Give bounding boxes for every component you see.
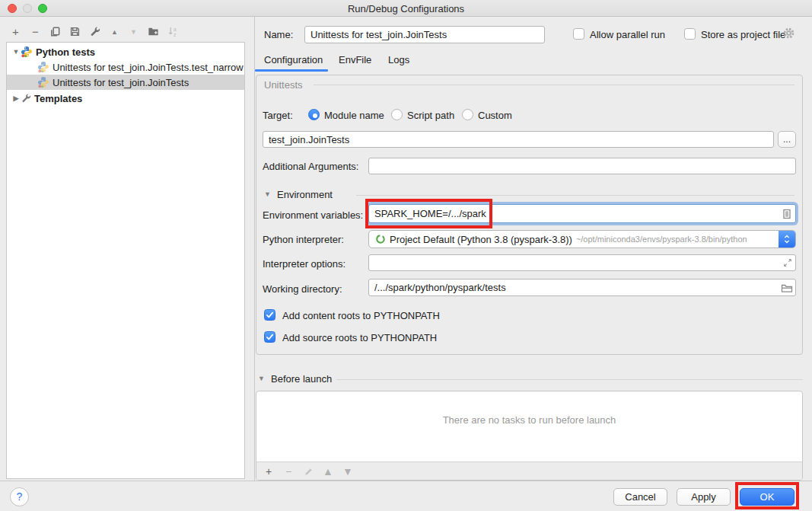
bottom-bar: ? Cancel Apply OK bbox=[0, 481, 812, 511]
before-launch-collapse-icon[interactable]: ▼ bbox=[258, 375, 265, 382]
task-down-icon[interactable]: ▼ bbox=[342, 465, 354, 477]
tree-item-label: Templates bbox=[34, 93, 82, 104]
gear-icon[interactable] bbox=[782, 27, 795, 40]
allow-parallel-run-checkbox[interactable] bbox=[573, 28, 584, 40]
configurations-tree: ▼ Python tests Unittests for test_join.J… bbox=[6, 42, 245, 479]
sort-alphabetically-icon[interactable]: az bbox=[167, 25, 180, 38]
tree-item-jointests-selected[interactable]: Unittests for test_join.JoinTests bbox=[7, 75, 244, 90]
check-icon bbox=[265, 310, 275, 320]
titlebar: Run/Debug Configurations bbox=[0, 0, 812, 17]
environment-section-line bbox=[356, 195, 794, 196]
environment-variables-label: Environment variables: bbox=[263, 209, 363, 221]
target-input[interactable] bbox=[263, 131, 774, 148]
tree-item-label: Unittests for test_join.JoinTests bbox=[53, 77, 189, 88]
python-test-icon bbox=[37, 76, 49, 88]
combobox-arrows-button[interactable] bbox=[779, 231, 795, 248]
expand-arrow-icon[interactable]: ▶ bbox=[11, 94, 21, 102]
interpreter-options-label: Interpreter options: bbox=[263, 258, 345, 270]
tab-envfile[interactable]: EnvFile bbox=[339, 54, 371, 65]
task-up-icon[interactable]: ▲ bbox=[322, 465, 334, 477]
conda-env-icon bbox=[375, 234, 386, 244]
add-content-roots-checkbox[interactable] bbox=[264, 309, 275, 321]
working-directory-input[interactable] bbox=[368, 279, 796, 296]
tasks-toolbar: + − ▲ ▼ bbox=[256, 461, 802, 480]
name-input[interactable] bbox=[304, 26, 545, 43]
pane-divider bbox=[254, 17, 255, 481]
radio-script-path[interactable] bbox=[391, 109, 403, 120]
tree-item-python-tests[interactable]: ▼ Python tests bbox=[7, 44, 244, 59]
before-launch-section-line bbox=[336, 379, 803, 380]
tree-item-label: Unittests for test_join.JoinTests.test_n… bbox=[53, 62, 244, 73]
environment-section-label: Environment bbox=[277, 189, 333, 200]
radio-custom[interactable] bbox=[462, 109, 473, 120]
add-content-roots-label: Add content roots to PYTHONPATH bbox=[282, 310, 440, 321]
remove-configuration-icon[interactable]: − bbox=[29, 25, 42, 38]
expand-field-icon[interactable] bbox=[782, 257, 794, 270]
target-label: Target: bbox=[263, 110, 293, 121]
ok-button[interactable]: OK bbox=[740, 488, 794, 506]
add-configuration-icon[interactable]: + bbox=[9, 25, 22, 38]
copy-configuration-icon[interactable] bbox=[49, 25, 62, 38]
apply-button[interactable]: Apply bbox=[677, 488, 731, 506]
edit-templates-wrench-icon[interactable] bbox=[88, 25, 101, 38]
new-folder-icon[interactable] bbox=[147, 25, 160, 38]
python-tests-icon bbox=[21, 46, 33, 58]
tree-item-label: Python tests bbox=[36, 46, 95, 58]
unittests-group-title: Unittests bbox=[264, 79, 303, 91]
before-launch-section-label: Before launch bbox=[271, 373, 332, 385]
radio-custom-label: Custom bbox=[478, 110, 512, 121]
edit-task-pencil-icon[interactable] bbox=[302, 465, 314, 477]
environment-collapse-icon[interactable]: ▼ bbox=[264, 190, 271, 198]
help-button[interactable]: ? bbox=[10, 487, 29, 506]
cancel-button[interactable]: Cancel bbox=[613, 488, 667, 506]
active-tab-underline bbox=[255, 69, 328, 72]
before-launch-tasks-panel: There are no tasks to run before launch … bbox=[256, 391, 803, 481]
chevron-up-down-icon bbox=[782, 232, 791, 246]
add-source-roots-checkbox[interactable] bbox=[264, 331, 275, 343]
radio-module-name[interactable] bbox=[308, 109, 320, 120]
name-label: Name: bbox=[264, 29, 293, 40]
move-up-icon[interactable]: ▲ bbox=[108, 25, 121, 38]
additional-arguments-label: Additional Arguments: bbox=[263, 161, 358, 172]
working-directory-label: Working directory: bbox=[263, 283, 342, 295]
tree-item-test-narrow[interactable]: Unittests for test_join.JoinTests.test_n… bbox=[7, 59, 244, 75]
python-interpreter-label: Python interpreter: bbox=[263, 234, 344, 245]
store-as-project-file-checkbox[interactable] bbox=[684, 28, 696, 40]
environment-variables-input[interactable] bbox=[368, 204, 796, 223]
python-interpreter-path: ~/opt/miniconda3/envs/pyspark-3.8/bin/py… bbox=[576, 235, 747, 244]
svg-text:z: z bbox=[174, 32, 176, 37]
additional-arguments-input[interactable] bbox=[368, 158, 796, 174]
templates-wrench-icon bbox=[21, 93, 31, 104]
tab-logs[interactable]: Logs bbox=[388, 54, 409, 65]
python-test-icon bbox=[37, 61, 49, 73]
collapse-arrow-icon[interactable]: ▼ bbox=[11, 48, 21, 56]
tab-configuration[interactable]: Configuration bbox=[264, 54, 323, 65]
interpreter-options-input[interactable] bbox=[368, 254, 796, 271]
radio-module-name-label: Module name bbox=[324, 110, 384, 121]
no-tasks-message: There are no tasks to run before launch bbox=[256, 414, 802, 426]
move-down-icon[interactable]: ▼ bbox=[127, 25, 140, 38]
svg-text:a: a bbox=[174, 27, 177, 32]
tree-item-templates[interactable]: ▶ Templates bbox=[7, 91, 244, 106]
python-interpreter-value: Project Default (Python 3.8 (pyspark-3.8… bbox=[390, 234, 572, 245]
unittests-group-line bbox=[314, 85, 794, 85]
folder-icon[interactable] bbox=[781, 282, 793, 294]
browse-button[interactable]: ... bbox=[778, 131, 796, 148]
add-source-roots-label: Add source roots to PYTHONPATH bbox=[282, 332, 437, 343]
check-icon bbox=[265, 332, 275, 342]
env-variables-list-icon[interactable] bbox=[781, 208, 793, 220]
window-title: Run/Debug Configurations bbox=[0, 3, 812, 14]
allow-parallel-run-label: Allow parallel run bbox=[590, 29, 665, 40]
radio-script-path-label: Script path bbox=[407, 110, 454, 121]
python-interpreter-combobox[interactable]: Project Default (Python 3.8 (pyspark-3.8… bbox=[368, 230, 796, 248]
remove-task-icon[interactable]: − bbox=[282, 465, 295, 477]
save-configuration-icon[interactable] bbox=[68, 25, 81, 38]
store-as-project-file-label: Store as project file bbox=[701, 29, 785, 40]
add-task-icon[interactable]: + bbox=[263, 465, 275, 477]
